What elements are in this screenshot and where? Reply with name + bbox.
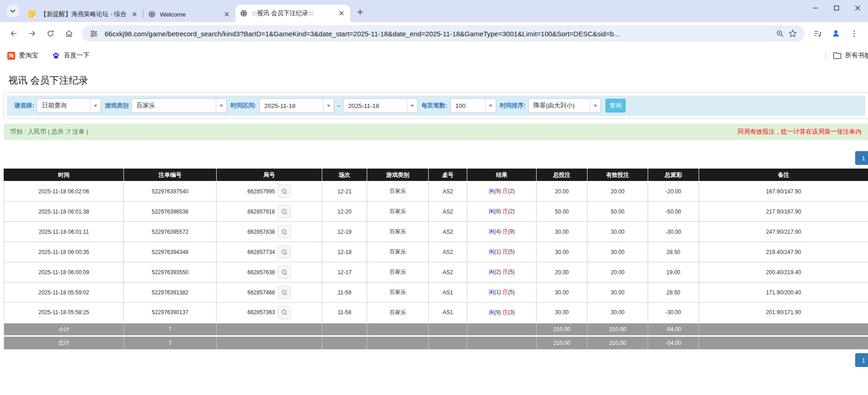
bet-records-table: 时间 注单编号 局号 场次 游戏类别 桌号 结果 总投注 有效投注 总派彩 备注… [4,169,868,350]
table-row: 2025-11-18 06:00:09 522976393550 6628576… [4,262,868,282]
back-icon [10,29,18,38]
close-tab-icon[interactable] [223,10,231,18]
game-type-value: 百家乐 [132,99,216,113]
profile-button[interactable] [828,26,844,41]
cell-valid-bet: 50.00 [588,202,648,222]
tab-title: 【新提醒】海燕策略论坛 - 综合 [40,10,127,18]
media-controls-button[interactable] [810,26,825,41]
cell-payout: -50.00 [648,202,699,222]
video-replay-icon[interactable] [278,306,291,319]
cell-total-bet[interactable]: 50.00 [537,202,588,222]
cell-table: AS2 [429,222,467,242]
note-text: 同局有效投注，统一计算在该局第一张注单内 [738,128,862,136]
chevron-down-icon [590,99,600,113]
bookmark-taobao[interactable]: 淘 爱淘宝 [7,51,38,60]
minimize-button[interactable] [805,0,826,16]
maximize-button[interactable] [826,0,847,16]
col-table: 桌号 [429,169,467,181]
cell-table: AS2 [429,262,467,282]
table-row: 2025-11-18 06:00:35 522976394348 6628577… [4,242,868,262]
cell-payout: 28.50 [648,242,699,262]
cell-total-bet[interactable]: 20.00 [537,262,588,282]
date-start-select[interactable]: 2025-11-18 [259,98,334,113]
cell-total-bet[interactable]: 20.00 [537,181,588,202]
round-number: 662857838 [247,229,275,235]
cell-total-bet[interactable]: 30.00 [537,222,588,242]
page-1-button[interactable]: 1 [855,151,868,165]
video-replay-icon[interactable] [278,286,291,299]
video-replay-icon[interactable] [278,265,291,279]
close-tab-icon[interactable] [130,10,139,18]
cell-session: 12-17 [322,262,367,282]
cell-total-bet[interactable]: 30.00 [537,282,588,303]
col-valid-bet: 有效投注 [588,169,648,181]
cell-note: 219.40/247.90 [699,242,868,262]
currency-total-text: 币别 : 人民币 | 总共 :7 注单 | [10,128,88,136]
cell-valid-bet: 30.00 [588,282,648,303]
cell-session: 12-19 [322,222,367,242]
cell-game: 百家乐 [367,282,429,303]
cell-time: 2025-11-18 05:59:02 [4,282,124,303]
date-end-select[interactable]: 2025-11-18 [343,98,418,113]
bookmarks-bar: 淘 爱淘宝 百度一下 所有书签 [0,45,868,66]
game-type-select[interactable]: 百家乐 [131,98,227,113]
home-button[interactable] [61,26,77,41]
close-tab-icon[interactable] [337,9,346,17]
cell-game: 百家乐 [367,262,429,282]
tab-welcome[interactable]: Welcome [144,6,235,22]
playlist-icon [813,29,822,38]
total-label: 总计 [4,336,124,350]
cell-bet-id: 522976397540 [124,181,217,202]
tab-search-button[interactable] [6,5,19,17]
query-type-value: 日期查询 [37,99,90,113]
video-replay-icon[interactable] [278,185,291,198]
site-settings-icon[interactable] [87,27,100,40]
subtotal-count: 7 [124,323,217,336]
page-1-button[interactable]: 1 [855,353,868,367]
table-row: 2025-11-18 06:01:11 522976395572 6628578… [4,222,868,242]
cell-game: 百家乐 [367,202,429,222]
cell-bet-id: 522976391382 [124,282,217,303]
cell-session: 12-20 [322,202,367,222]
cell-payout: -30.00 [648,222,699,242]
bookmark-star-icon[interactable] [786,27,799,40]
globe-icon [240,10,248,17]
query-type-select[interactable]: 日期查询 [37,98,101,113]
url-text[interactable]: 66cxkj98.com/game/betrecord_search/kind3… [105,30,773,38]
round-number: 662857363 [247,309,275,316]
browser-menu-button[interactable] [846,26,862,41]
col-total-bet: 总投注 [537,169,588,181]
search-button[interactable]: 查询 [605,99,626,113]
all-bookmarks-button[interactable]: 所有书签 [833,51,868,60]
video-replay-icon[interactable] [278,205,291,218]
globe-icon [148,11,156,18]
bookmark-baidu[interactable]: 百度一下 [52,51,90,60]
toolbar-right-icons [808,26,863,41]
tab-forum[interactable]: 【新提醒】海燕策略论坛 - 综合 [24,6,143,22]
address-bar[interactable]: 66cxkj98.com/game/betrecord_search/kind3… [82,25,805,42]
new-tab-button[interactable] [354,6,367,18]
per-page-select[interactable]: 100 [450,98,496,113]
video-replay-icon[interactable] [278,225,291,238]
sort-select[interactable]: 降幂(由大到小) [528,98,601,113]
cell-table: AS2 [429,181,467,202]
cell-total-bet[interactable]: 30.00 [537,303,588,323]
tab-bet-records-active[interactable]: :::视讯 会员下注纪录::: [235,5,350,22]
subtotal-total-bet: 210.00 [537,323,588,336]
col-game: 游戏类别 [367,169,429,181]
folder-icon [833,52,841,59]
cell-total-bet[interactable]: 30.00 [537,242,588,262]
forward-button[interactable] [24,26,40,41]
zoom-page-icon[interactable] [773,27,786,40]
taobao-icon: 淘 [7,52,15,60]
cell-bet-id: 522976393550 [124,262,217,282]
cell-session: 12-21 [322,181,367,202]
reload-button[interactable] [43,26,58,41]
cell-valid-bet: 30.00 [588,222,648,242]
back-button[interactable] [6,26,22,41]
cell-note: 217.90/167.90 [699,202,868,222]
cell-result: 闲(9) 庄(2) [467,181,537,202]
cell-note: 171.90/200.40 [699,282,868,303]
close-window-button[interactable] [847,0,868,16]
video-replay-icon[interactable] [278,245,291,259]
